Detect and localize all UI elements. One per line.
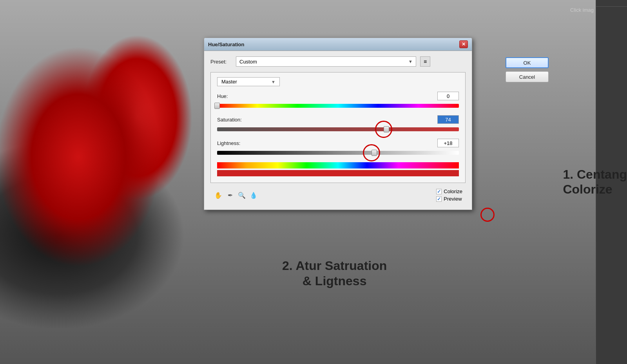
- cancel-button[interactable]: Cancel: [506, 71, 549, 82]
- saturation-value-input[interactable]: 74: [437, 115, 459, 124]
- colorize-red-circle: [480, 208, 495, 222]
- hue-slider-row: Hue: 0: [217, 92, 459, 110]
- hue-thumb[interactable]: [214, 103, 220, 109]
- lightness-circle-annotation: [363, 144, 380, 161]
- click-image-hint: Click imag: [570, 7, 594, 13]
- lightness-slider-row: Lightness: +18: [217, 139, 459, 157]
- eyedropper-icon[interactable]: ✒: [225, 190, 235, 200]
- saturation-slider-row: Saturation: 74: [217, 115, 459, 133]
- ok-button[interactable]: OK: [506, 57, 549, 68]
- toolbar-icons: ✋ ✒ 🔍 💧: [214, 190, 258, 200]
- color-bars: [217, 162, 459, 176]
- inner-panel: Master ▼ Hue: 0: [210, 72, 466, 183]
- rainbow-color-bar: [217, 162, 459, 168]
- channel-arrow-icon: ▼: [271, 80, 275, 84]
- saturation-circle-annotation: [375, 121, 392, 138]
- dialog-overlay: Hue/Saturation ✕ Preset: Custom ▼ ≡: [204, 38, 549, 284]
- preview-checkbox-row: ✓ Preview: [436, 196, 462, 202]
- lightness-label-row: Lightness: +18: [217, 139, 459, 147]
- hand-tool-icon[interactable]: ✋: [214, 190, 223, 200]
- saturation-label: Saturation:: [217, 117, 242, 123]
- checkboxes: ✓ Colorize ✓ Preview: [436, 188, 462, 202]
- hue-value-input[interactable]: 0: [437, 92, 459, 100]
- hue-label: Hue:: [217, 93, 228, 99]
- hue-saturation-dialog: Hue/Saturation ✕ Preset: Custom ▼ ≡: [204, 38, 472, 210]
- colorize-checkbox[interactable]: ✓: [436, 189, 442, 194]
- list-icon: ≡: [424, 58, 427, 65]
- colorize-checkmark: ✓: [437, 189, 441, 194]
- annotation-centang-colorize: 1. Centang Colorize: [563, 167, 627, 197]
- lightness-label: Lightness:: [217, 140, 240, 146]
- hue-track-container: [217, 102, 459, 110]
- hue-label-row: Hue: 0: [217, 92, 459, 100]
- channel-value: Master: [221, 79, 237, 85]
- title-bar: Hue/Saturation ✕: [204, 38, 472, 51]
- eyedropper-minus-icon[interactable]: 💧: [249, 190, 258, 200]
- dialog-body: Preset: Custom ▼ ≡ Master ▼: [204, 51, 472, 210]
- preset-row: Preset: Custom ▼ ≡: [210, 56, 466, 67]
- channel-dropdown[interactable]: Master ▼: [217, 77, 280, 86]
- saturation-track[interactable]: [217, 127, 459, 131]
- lightness-value-input[interactable]: +18: [437, 139, 459, 147]
- right-panel-tools: [596, 0, 627, 7]
- preset-dropdown[interactable]: Custom ▼: [236, 56, 416, 67]
- hue-track[interactable]: [217, 104, 459, 108]
- eyedropper-plus-icon[interactable]: 🔍: [237, 190, 246, 200]
- channel-row: Master ▼: [217, 77, 459, 86]
- preview-checkbox[interactable]: ✓: [436, 196, 442, 202]
- preset-menu-button[interactable]: ≡: [420, 56, 430, 67]
- close-button[interactable]: ✕: [459, 40, 468, 48]
- saturation-label-row: Saturation: 74: [217, 115, 459, 124]
- bottom-toolbar: ✋ ✒ 🔍 💧 ✓ Colorize ✓: [210, 186, 466, 204]
- saturation-track-container: [217, 125, 459, 133]
- preset-label: Preset:: [210, 59, 232, 65]
- lightness-track-container: [217, 149, 459, 157]
- preset-value: Custom: [239, 59, 257, 65]
- dropdown-arrow-icon: ▼: [408, 59, 413, 64]
- colorize-checkbox-row: ✓ Colorize: [436, 188, 462, 194]
- dialog-title: Hue/Saturation: [208, 42, 244, 47]
- colorize-label: Colorize: [444, 188, 462, 194]
- preview-label: Preview: [444, 196, 462, 202]
- annotation-atur-saturation: 2. Atur Satruation & Ligtness: [282, 258, 387, 288]
- lightness-track[interactable]: [217, 151, 459, 155]
- preview-checkmark: ✓: [437, 196, 441, 202]
- result-color-bar: [217, 170, 459, 176]
- action-buttons: OK Cancel: [506, 57, 549, 82]
